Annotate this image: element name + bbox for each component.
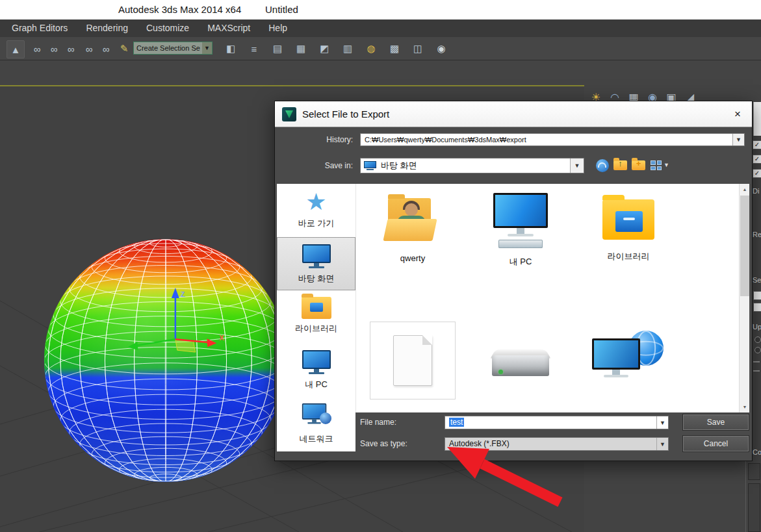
menu-rendering[interactable]: Rendering xyxy=(77,19,137,37)
menu-help[interactable]: Help xyxy=(259,19,296,37)
file-name-label: File name: xyxy=(360,418,396,427)
save-as-type-label: Save as type: xyxy=(360,439,407,448)
selection-set-value: Create Selection Se xyxy=(136,44,200,52)
new-folder-icon[interactable]: + xyxy=(632,160,645,170)
save-in-label: Save in: xyxy=(281,161,353,170)
panel-checkbox-5[interactable] xyxy=(753,303,761,312)
file-item-drive[interactable] xyxy=(467,322,574,399)
panel-scroll-fragment xyxy=(753,102,761,136)
paint-selection-icon[interactable]: ✎ xyxy=(116,40,133,57)
panel-checkbox-1[interactable]: ✓ xyxy=(753,140,761,149)
libraries-big-icon xyxy=(597,193,660,245)
panel-radio-2[interactable] xyxy=(755,347,761,353)
place-libraries[interactable]: 라이브러리 xyxy=(277,290,355,344)
menu-customize[interactable]: Customize xyxy=(137,19,198,37)
unlink-selection-icon[interactable]: ∞ xyxy=(45,40,62,57)
this-pc-monitor-icon xyxy=(302,350,331,375)
rendered-frame-icon[interactable]: ◫ xyxy=(409,40,426,57)
network-icon xyxy=(302,403,331,429)
file-item-this-pc[interactable]: 내 PC xyxy=(467,193,574,268)
panel-label-fragment-3: Se xyxy=(753,276,761,284)
dialog-titlebar[interactable]: Select File to Export × xyxy=(275,101,752,127)
panel-radio-1[interactable] xyxy=(755,336,761,343)
document-title: Untitled xyxy=(265,4,298,15)
file-item-libraries[interactable]: 라이브러리 xyxy=(574,193,682,268)
file-name-dropdown-arrow-icon[interactable]: ▼ xyxy=(656,416,668,429)
file-item-network-pc[interactable] xyxy=(574,322,682,399)
scrollbar-thumb[interactable] xyxy=(740,196,749,296)
panel-checkbox-4[interactable] xyxy=(753,291,761,300)
computer-icon xyxy=(489,193,552,250)
history-combobox[interactable]: C:₩Users₩qwerty₩Documents₩3dsMax₩export … xyxy=(360,133,745,146)
selection-set-combobox[interactable]: Create Selection Se ▼ xyxy=(133,42,213,55)
panel-rollout-fragment-2 xyxy=(748,483,760,532)
save-as-type-value: Autodesk (*.FBX) xyxy=(449,438,655,450)
back-to-last-folder-icon[interactable] xyxy=(596,159,609,172)
place-quick-access[interactable]: ★ 바로 가기 xyxy=(277,184,355,237)
close-icon[interactable]: × xyxy=(730,107,745,122)
gizmo-x-label: X xyxy=(219,334,224,342)
file-item-qwerty[interactable]: qwerty xyxy=(359,193,467,268)
history-dropdown-arrow-icon[interactable]: ▼ xyxy=(732,134,744,146)
bind-spacewarp-icon[interactable]: ∞ xyxy=(62,40,79,57)
up-one-level-icon[interactable]: ↑ xyxy=(613,160,627,170)
place-label: 바탕 화면 xyxy=(298,273,335,285)
place-desktop[interactable]: 바탕 화면 xyxy=(277,237,355,290)
link-constraint-icon[interactable]: ∞ xyxy=(81,40,97,57)
sphere-shading xyxy=(44,239,287,482)
render-production-icon[interactable]: ◉ xyxy=(433,40,450,57)
panel-divider-2 xyxy=(753,370,760,372)
file-item-label: 내 PC xyxy=(509,256,532,268)
view-menu-icon[interactable] xyxy=(651,160,662,170)
panel-label-fragment-5: Co xyxy=(753,448,761,456)
align-icon[interactable]: ≡ xyxy=(246,40,263,57)
file-name-value: test xyxy=(449,418,464,427)
file-item-blank-file[interactable] xyxy=(359,322,467,399)
mirror-icon[interactable]: ◧ xyxy=(222,40,239,57)
save-button[interactable]: Save xyxy=(683,414,749,430)
place-label: 라이브러리 xyxy=(295,323,337,335)
link-info-icon[interactable]: ∞ xyxy=(97,40,114,57)
combo-arrow-icon[interactable]: ▼ xyxy=(202,42,212,54)
file-item-label: 라이브러리 xyxy=(608,251,650,262)
cancel-button[interactable]: Cancel xyxy=(683,436,749,451)
hard-drive-icon xyxy=(491,344,550,380)
places-bar: ★ 바로 가기 바탕 화면 라이브러리 내 PC 네트워크 xyxy=(277,184,355,451)
vertical-scrollbar[interactable]: ▲ ▼ xyxy=(739,184,749,412)
panel-checkbox-3[interactable]: ✓ xyxy=(753,169,761,178)
panel-label-fragment-2: Re xyxy=(753,231,761,238)
place-this-pc[interactable]: 내 PC xyxy=(277,344,355,397)
item-selection-box xyxy=(370,322,456,399)
view-menu-arrow-icon[interactable]: ▼ xyxy=(664,162,669,168)
panel-rollout-fragment-1 xyxy=(748,463,760,480)
material-editor-icon[interactable]: ◍ xyxy=(363,40,380,57)
save-in-combobox[interactable]: 바탕 화면 ▼ xyxy=(360,158,584,173)
panel-toggle-icon[interactable]: ▲ xyxy=(6,40,25,58)
ribbon-toggle-icon[interactable]: ▦ xyxy=(292,40,309,57)
file-item-label: qwerty xyxy=(400,253,425,263)
scroll-down-icon[interactable]: ▼ xyxy=(740,401,749,412)
file-list[interactable]: qwerty 내 PC 라이브러리 xyxy=(355,184,749,412)
panel-checkbox-2[interactable]: ✓ xyxy=(753,155,761,164)
menu-maxscript[interactable]: MAXScript xyxy=(198,19,259,37)
curve-editor-icon[interactable]: ◩ xyxy=(316,40,333,57)
window-titlebar: Autodesk 3ds Max 2014 x64 Untitled xyxy=(0,0,761,19)
select-link-icon[interactable]: ∞ xyxy=(29,40,45,57)
panel-edge-line xyxy=(745,461,746,532)
menu-graph-editors[interactable]: Graph Editors xyxy=(3,19,77,37)
viewport-sphere-object[interactable]: Z X xyxy=(37,231,294,488)
libraries-folder-icon xyxy=(302,297,331,319)
select-file-to-export-dialog: Select File to Export × History: C:₩User… xyxy=(274,101,753,461)
scroll-up-icon[interactable]: ▲ xyxy=(740,184,749,195)
file-name-combobox[interactable]: test ▼ xyxy=(445,416,669,429)
render-setup-icon[interactable]: ▩ xyxy=(386,40,403,57)
save-as-type-dropdown-arrow-icon[interactable]: ▼ xyxy=(656,438,668,450)
layer-manager-icon[interactable]: ▤ xyxy=(269,40,286,57)
save-in-dropdown-arrow-icon[interactable]: ▼ xyxy=(570,158,584,173)
place-label: 바로 가기 xyxy=(298,218,335,229)
panel-label-fragment-4: Up xyxy=(753,323,761,331)
dialog-title: Select File to Export xyxy=(302,101,389,127)
schematic-view-icon[interactable]: ▥ xyxy=(339,40,356,57)
place-network[interactable]: 네트워크 xyxy=(277,397,355,450)
save-as-type-combobox[interactable]: Autodesk (*.FBX) ▼ xyxy=(445,437,669,451)
